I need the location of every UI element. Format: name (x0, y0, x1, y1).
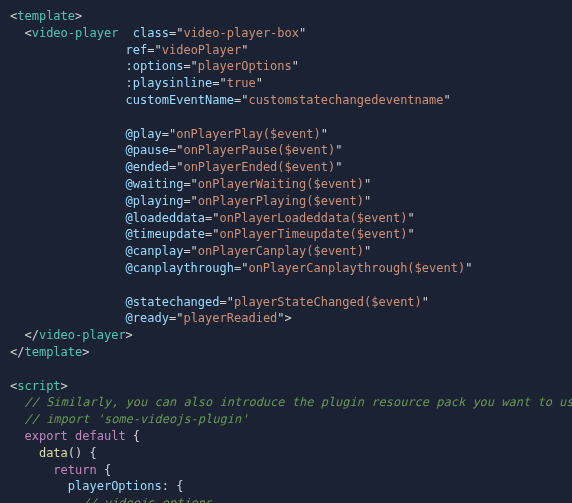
key-playerOptions: playerOptions (68, 479, 162, 493)
event-loadeddata: @loadeddata (126, 211, 205, 225)
kw-export: export (24, 429, 67, 443)
event-ended: @ended (126, 160, 169, 174)
attr-playsinline: :playsinline (126, 76, 213, 90)
tag-template-close: template (24, 345, 82, 359)
event-statechanged: @statechanged (126, 295, 220, 309)
event-waiting: @waiting (126, 177, 184, 191)
attr-custom-event: customEventName (126, 93, 234, 107)
event-pause: @pause (126, 143, 169, 157)
comment-line-2: // import 'some-videojs-plugin' (24, 412, 248, 426)
tag-video-player-open: video-player (32, 26, 119, 40)
event-ready: @ready (126, 311, 169, 325)
kw-default: default (75, 429, 126, 443)
attr-options: :options (126, 59, 184, 73)
event-timeupdate: @timeupdate (126, 227, 205, 241)
tag-template-open: template (17, 9, 75, 23)
event-canplay: @canplay (126, 244, 184, 258)
event-canplaythrough: @canplaythrough (126, 261, 234, 275)
event-playing: @playing (126, 194, 184, 208)
kw-return: return (53, 463, 96, 477)
attr-class: class (133, 26, 169, 40)
comment-line-1: // Similarly, you can also introduce the… (24, 395, 572, 409)
tag-video-player-close: video-player (39, 328, 126, 342)
comment-videojs: // videojs options (82, 496, 212, 503)
fn-data: data (39, 446, 68, 460)
code-block: <template> <video-player class="video-pl… (0, 0, 572, 503)
tag-script-open: script (17, 379, 60, 393)
event-play: @play (126, 127, 162, 141)
attr-ref: ref (126, 43, 148, 57)
